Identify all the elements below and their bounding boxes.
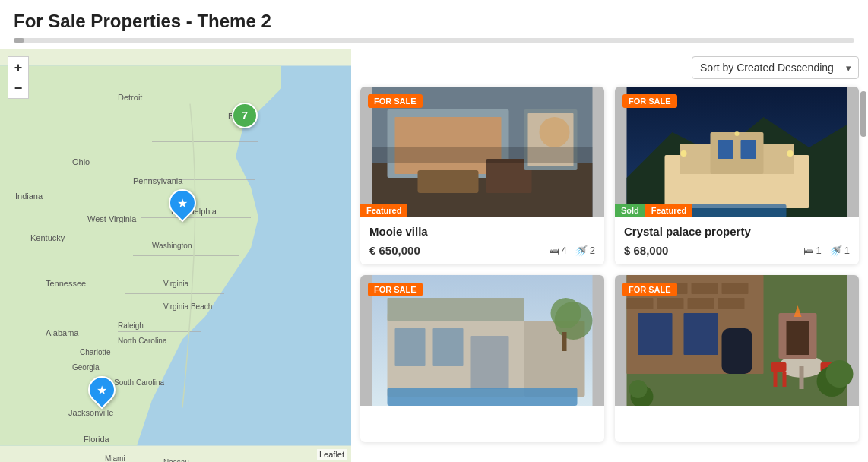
badge-for-sale-3: FOR SALE [368,283,423,296]
card-title-3 [369,413,595,429]
card-image-3: FOR SALE [360,275,604,406]
badge-for-sale-2: FOR SALE [622,94,677,108]
bed-count-1: 4 [562,245,567,256]
svg-rect-62 [562,332,567,351]
bed-amenity-2: 🛏 1 [803,245,822,257]
svg-rect-83 [787,321,809,355]
badge-for-sale-4: FOR SALE [622,283,677,296]
badge-bottom-row-2: Sold Featured [615,204,692,217]
svg-rect-54 [388,298,524,321]
svg-rect-67 [692,283,718,294]
svg-text:North Carolina: North Carolina [118,337,167,345]
badge-featured-1: Featured [360,204,407,217]
card-amenities-2: 🛏 1 🚿 1 [803,245,850,257]
svg-point-61 [551,298,581,328]
svg-rect-71 [688,298,714,309]
svg-text:South Carolina: South Carolina [114,378,165,387]
svg-text:Alabama: Alabama [46,328,79,337]
card-image-2: FOR SALE Sold Featured [615,87,859,217]
bath-count-2: 1 [844,245,850,256]
zoom-in-button[interactable]: + [8,56,29,78]
svg-rect-75 [722,328,752,374]
svg-text:Georgia: Georgia [72,363,100,372]
svg-text:Tennessee: Tennessee [46,279,86,288]
bed-icon-1: 🛏 [549,245,559,257]
svg-rect-79 [774,372,778,387]
svg-rect-70 [657,298,684,309]
svg-rect-48 [688,204,787,217]
property-card-2[interactable]: FOR SALE Sold Featured Crystal palace pr… [615,87,859,264]
bath-count-1: 2 [590,245,595,256]
svg-text:Charlotte: Charlotte [80,348,111,356]
card-body-1: Mooie villa € 650,000 🛏 4 🚿 2 [360,217,604,264]
svg-text:Kentucky: Kentucky [30,233,65,242]
svg-point-49 [681,150,687,157]
svg-point-86 [629,380,648,398]
card-price-row-1: € 650,000 🛏 4 🚿 2 [369,244,595,257]
svg-point-50 [787,150,794,157]
card-title-2: Crystal palace property [624,225,850,238]
badge-featured-2: Featured [645,204,692,217]
properties-grid: FOR SALE Featured Mooie villa € 650,000 … [360,87,859,442]
svg-rect-68 [722,283,749,294]
svg-rect-78 [771,362,787,372]
card-body-3 [360,406,604,442]
svg-text:Ohio: Ohio [72,157,90,166]
svg-rect-80 [783,372,787,387]
svg-text:Virginia Beach: Virginia Beach [163,302,212,311]
svg-text:Indiana: Indiana [15,191,43,201]
badge-bottom-row-1: Featured [360,204,407,217]
svg-text:Detroit: Detroit [118,93,142,102]
scroll-indicator[interactable] [860,91,866,137]
sort-bar: Sort by Created Descending Sort by Creat… [360,49,859,87]
svg-text:Pennsylvania: Pennsylvania [133,176,183,185]
svg-text:Florida: Florida [84,435,110,444]
svg-text:Miami: Miami [105,454,125,463]
card-price-2: $ 68,000 [624,244,668,257]
svg-rect-57 [433,328,464,366]
svg-point-51 [735,131,740,136]
svg-rect-77 [800,366,804,389]
svg-point-38 [540,117,570,147]
bath-icon-1: 🚿 [575,245,588,257]
badge-for-sale-1: FOR SALE [368,94,423,108]
bath-amenity-2: 🚿 1 [829,245,850,257]
svg-rect-72 [718,298,745,309]
map-pin-star-2[interactable]: ★ [88,376,116,403]
bath-icon-2: 🚿 [829,245,842,257]
property-card-4[interactable]: FOR SALE [615,275,859,442]
svg-text:Washington: Washington [152,242,192,250]
svg-rect-46 [718,140,733,159]
zoom-out-button[interactable]: − [8,78,29,99]
svg-rect-74 [684,313,718,355]
svg-rect-59 [388,388,578,406]
properties-panel[interactable]: Sort by Created Descending Sort by Creat… [351,49,868,462]
card-price-1: € 650,000 [369,244,420,257]
card-price-row-2: $ 68,000 🛏 1 🚿 1 [624,244,850,257]
map-pin-cluster[interactable]: 7 [232,103,258,128]
svg-rect-69 [627,298,654,309]
map-attribution: Leaflet [317,449,347,460]
card-amenities-1: 🛏 4 🚿 2 [549,245,595,257]
map-controls: + − [8,56,29,99]
map-pin-star-1[interactable]: ★ [169,189,196,217]
svg-text:Raleigh: Raleigh [118,321,144,330]
badge-sold-2: Sold [615,204,645,217]
card-title-1: Mooie villa [369,225,595,238]
svg-rect-34 [418,170,479,193]
bath-amenity-1: 🚿 2 [575,245,595,257]
card-title-4 [624,413,850,429]
svg-rect-58 [471,336,509,389]
sort-select[interactable]: Sort by Created Descending Sort by Creat… [692,56,859,79]
sort-wrapper[interactable]: Sort by Created Descending Sort by Creat… [692,56,859,79]
svg-text:Virginia: Virginia [163,280,189,288]
bed-amenity-1: 🛏 4 [549,245,567,257]
svg-rect-47 [741,140,756,159]
svg-rect-33 [395,117,502,174]
property-card-1[interactable]: FOR SALE Featured Mooie villa € 650,000 … [360,87,604,264]
svg-rect-56 [395,328,426,366]
card-image-4: FOR SALE [615,275,859,406]
svg-text:West Virginia: West Virginia [87,214,137,223]
property-card-3[interactable]: FOR SALE [360,275,604,442]
svg-rect-39 [372,147,593,163]
